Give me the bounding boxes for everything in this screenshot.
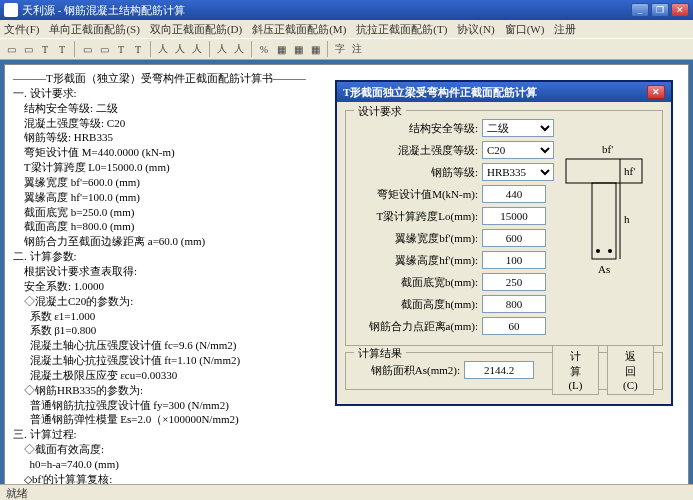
result-output xyxy=(464,361,534,379)
lbl-hf: 翼缘高度hf'(mm): xyxy=(354,253,482,268)
tool-f-icon[interactable]: 人 xyxy=(173,42,187,56)
h-input[interactable] xyxy=(482,295,546,313)
lbl-b: 截面底宽b(mm): xyxy=(354,275,482,290)
minimize-button[interactable]: _ xyxy=(631,3,649,17)
menu-tension[interactable]: 抗拉正截面配筋(T) xyxy=(356,22,447,37)
tool-t2-icon[interactable]: T xyxy=(55,42,69,56)
tool-i-icon[interactable]: 人 xyxy=(232,42,246,56)
tool-font-icon[interactable]: 字 xyxy=(333,42,347,56)
design-req-group: 设计要求 结构安全等级:二级 混凝土强度等级:C20 钢筋等级:HRB335 弯… xyxy=(345,110,663,346)
tool-l-icon[interactable]: ▦ xyxy=(291,42,305,56)
status-text: 就绪 xyxy=(6,487,28,499)
svg-text:hf': hf' xyxy=(624,165,635,177)
tool-m-icon[interactable]: ▦ xyxy=(308,42,322,56)
tool-d-icon[interactable]: T xyxy=(131,42,145,56)
menu-single[interactable]: 单向正截面配筋(S) xyxy=(49,22,139,37)
dialog-close-button[interactable]: ✕ xyxy=(647,85,665,99)
calc-button[interactable]: 计算(L) xyxy=(552,345,599,395)
doc-line: h0=h-a=740.0 (mm) xyxy=(13,457,680,472)
statusbar: 就绪 xyxy=(0,484,693,500)
concrete-select[interactable]: C20 xyxy=(482,141,554,159)
lbl-a: 钢筋合力点距离a(mm): xyxy=(354,319,482,334)
result-group: 计算结果 钢筋面积As(mm2): 计算(L) 返回(C) xyxy=(345,352,663,390)
hf-input[interactable] xyxy=(482,251,546,269)
tool-j-icon[interactable]: % xyxy=(257,42,271,56)
menu-window[interactable]: 窗口(W) xyxy=(505,22,545,37)
doc-line: 普通钢筋弹性模量 Es=2.0（×100000N/mm2) xyxy=(13,412,680,427)
menu-file[interactable]: 文件(F) xyxy=(4,22,39,37)
group2-legend: 计算结果 xyxy=(354,346,406,361)
svg-text:As: As xyxy=(598,263,610,275)
tool-k-icon[interactable]: ▦ xyxy=(274,42,288,56)
window-title: 天利源 - 钢筋混凝土结构配筋计算 xyxy=(22,3,185,18)
return-button[interactable]: 返回(C) xyxy=(607,345,654,395)
bf-input[interactable] xyxy=(482,229,546,247)
lbl-safety: 结构安全等级: xyxy=(354,121,482,136)
svg-rect-1 xyxy=(592,183,616,259)
svg-text:bf': bf' xyxy=(602,143,613,155)
menu-agree[interactable]: 协议(N) xyxy=(457,22,494,37)
a-input[interactable] xyxy=(482,317,546,335)
tool-c-icon[interactable]: T xyxy=(114,42,128,56)
span-input[interactable] xyxy=(482,207,546,225)
menu-register[interactable]: 注册 xyxy=(554,22,576,37)
b-input[interactable] xyxy=(482,273,546,291)
moment-input[interactable] xyxy=(482,185,546,203)
calc-dialog: T形截面独立梁受弯构件正截面配筋计算 ✕ 设计要求 结构安全等级:二级 混凝土强… xyxy=(335,80,673,406)
menu-double[interactable]: 双向正截面配筋(D) xyxy=(150,22,242,37)
lbl-result: 钢筋面积As(mm2): xyxy=(354,363,464,378)
svg-text:h: h xyxy=(624,213,630,225)
lbl-steel: 钢筋等级: xyxy=(354,165,482,180)
lbl-concrete: 混凝土强度等级: xyxy=(354,143,482,158)
lbl-bf: 翼缘宽度bf'(mm): xyxy=(354,231,482,246)
menu-diag[interactable]: 斜压正截面配筋(M) xyxy=(252,22,346,37)
titlebar: 天利源 - 钢筋混凝土结构配筋计算 _ ❐ ✕ xyxy=(0,0,693,20)
lbl-span: T梁计算跨度Lo(mm): xyxy=(354,209,482,224)
steel-select[interactable]: HRB335 xyxy=(482,163,554,181)
tool-open-icon[interactable]: ▭ xyxy=(21,42,35,56)
dialog-titlebar: T形截面独立梁受弯构件正截面配筋计算 ✕ xyxy=(337,82,671,102)
tool-g-icon[interactable]: 人 xyxy=(190,42,204,56)
tool-exit-icon[interactable]: 注 xyxy=(350,42,364,56)
tool-e-icon[interactable]: 人 xyxy=(156,42,170,56)
close-button[interactable]: ✕ xyxy=(671,3,689,17)
doc-line: 三. 计算过程: xyxy=(13,427,680,442)
lbl-h: 截面高度h(mm): xyxy=(354,297,482,312)
lbl-moment: 弯矩设计值M(kN-m): xyxy=(354,187,482,202)
tool-new-icon[interactable]: ▭ xyxy=(4,42,18,56)
safety-select[interactable]: 二级 xyxy=(482,119,554,137)
t-section-diagram: bf' hf' h As xyxy=(558,139,650,281)
tool-b-icon[interactable]: ▭ xyxy=(97,42,111,56)
tool-h-icon[interactable]: 人 xyxy=(215,42,229,56)
group1-legend: 设计要求 xyxy=(354,104,406,119)
dialog-title: T形截面独立梁受弯构件正截面配筋计算 xyxy=(343,85,537,100)
svg-point-6 xyxy=(596,249,600,253)
app-icon xyxy=(4,3,18,17)
svg-point-7 xyxy=(608,249,612,253)
tool-t1-icon[interactable]: T xyxy=(38,42,52,56)
tool-a-icon[interactable]: ▭ xyxy=(80,42,94,56)
menubar: 文件(F) 单向正截面配筋(S) 双向正截面配筋(D) 斜压正截面配筋(M) 抗… xyxy=(0,20,693,38)
maximize-button[interactable]: ❐ xyxy=(651,3,669,17)
doc-line: ◇截面有效高度: xyxy=(13,442,680,457)
toolbar: ▭ ▭ T T ▭ ▭ T T 人 人 人 人 人 % ▦ ▦ ▦ 字 注 xyxy=(0,38,693,60)
